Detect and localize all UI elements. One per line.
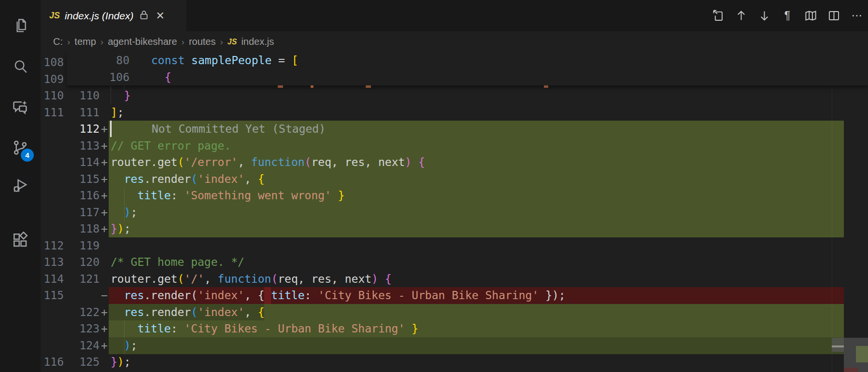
search-icon[interactable] [0,51,41,83]
run-and-debug-icon[interactable] [0,170,41,202]
line-number-original[interactable] [42,171,64,188]
line-number-modified[interactable]: 111 [67,104,100,121]
diff-sign: + [100,171,108,188]
diff-sign: + [100,187,108,204]
explorer-icon[interactable] [0,10,41,42]
code-line[interactable]: 117+ ); [41,204,868,221]
breadcrumb-segment[interactable]: agent-bikeshare [108,36,177,47]
toggle-whitespace-icon[interactable]: ¶ [780,9,795,23]
diff-sign: + [100,337,108,354]
line-number-original[interactable]: 114 [42,271,64,288]
breadcrumb-file[interactable]: index.js [241,36,274,47]
line-number-original[interactable]: 116 [42,354,64,371]
line-number-modified[interactable]: 123 [67,320,100,337]
sticky-scroll-line[interactable]: 80const samplePeople = [ [67,52,868,69]
line-number-original[interactable] [42,320,64,337]
line-content: const samplePeople = [ [151,52,299,69]
code-line[interactable]: 124+ ); [41,337,868,354]
extensions-icon[interactable] [0,224,41,256]
line-number-original[interactable] [42,187,64,204]
diff-sign: + [100,138,108,154]
code-line[interactable]: 112+Not Committed Yet (Staged) [41,121,868,138]
code-line[interactable]: 123+ title: 'City Bikes - Urban Bike Sha… [41,320,868,337]
minimap-slider-handle[interactable] [832,345,844,347]
split-editor-icon[interactable] [826,9,841,23]
sticky-scroll-line[interactable]: 106 { [67,69,868,86]
activity-bar: 4 [0,0,41,372]
next-change-icon[interactable] [757,9,771,23]
code-line[interactable]: 114+router.get('/error', function(req, r… [41,154,868,171]
line-number-original[interactable]: 113 [42,254,64,271]
line-number-modified[interactable]: 120 [67,254,100,271]
code-editor[interactable]: 108109110110 }111111];112+Not Committed … [41,52,868,372]
code-line[interactable]: 114121router.get('/', function(req, res,… [41,271,868,288]
line-number-modified[interactable]: 118 [67,220,100,237]
line-number-modified[interactable] [67,287,100,304]
minimap-border [832,52,832,372]
js-file-icon: JS [49,11,60,21]
breadcrumb-separator: › [182,37,185,47]
breadcrumb-segment[interactable]: temp [74,36,96,47]
line-number-original[interactable] [42,220,64,237]
code-line[interactable]: 113120/* GET home page. */ [41,254,868,271]
breadcrumb-segment[interactable]: routes [189,36,216,47]
line-content: router.get('/error', function(req, res, … [111,154,425,171]
more-actions-icon[interactable]: ⋯ [850,9,864,23]
code-line[interactable]: 115+ res.render('index', { [41,171,868,188]
line-number-original[interactable] [42,204,64,221]
source-control-icon[interactable]: 4 [0,132,41,164]
line-number-modified[interactable]: 114 [67,154,100,171]
line-content: router.get('/', function(req, res, next)… [111,271,392,288]
line-number-modified[interactable]: 124 [67,337,100,354]
line-number-original[interactable] [42,337,64,354]
tab-title: index.js (Index) [65,10,133,22]
open-file-icon[interactable] [711,9,725,23]
line-number-original[interactable]: 112 [42,237,64,254]
line-number-modified[interactable]: 116 [67,187,100,204]
inserted-text-background [264,304,844,321]
line-content: ]; [111,104,124,121]
line-number-original[interactable] [42,154,64,171]
line-content: }); [111,220,131,237]
collapse-unchanged-regions-icon[interactable] [803,9,818,23]
line-number-modified[interactable]: 122 [67,304,100,321]
vscode-diff-editor: 4 JS index.js (Index) [0,0,868,372]
code-line[interactable]: 113+// GET error page. [41,138,868,154]
line-number-original[interactable]: 109 [42,71,64,88]
tab-index-js[interactable]: JS index.js (Index) ✕ [41,0,186,31]
line-number-modified[interactable]: 112 [67,121,100,138]
line-number-modified[interactable]: 115 [67,171,100,188]
diff-sign: − [100,287,108,304]
line-number-original[interactable] [42,121,64,138]
tab-close-icon[interactable]: ✕ [156,10,164,22]
editor-actions: ¶ ⋯ [711,0,864,31]
code-line[interactable]: 116125}); [41,354,868,371]
line-number-modified: 80 [67,52,129,69]
previous-change-icon[interactable] [734,9,748,23]
code-line[interactable]: 116+ title: 'Something went wrong' } [41,187,868,204]
line-number-modified[interactable]: 125 [67,354,100,371]
code-line[interactable]: 112119 [41,237,868,254]
line-number-original[interactable]: 110 [42,87,64,104]
code-line[interactable]: 110110 } [41,87,868,104]
code-line[interactable]: 115− res.render('index', { title: 'City … [41,287,868,304]
line-number-original[interactable] [42,138,64,154]
line-number-modified[interactable]: 121 [67,271,100,288]
line-number-modified[interactable]: 113 [67,138,100,154]
line-number-modified[interactable]: 117 [67,204,100,221]
code-line[interactable]: 122+ res.render('index', { [41,304,868,321]
minimap-slider[interactable] [832,338,844,352]
inserted-line-background [109,337,844,354]
line-number-original[interactable]: 111 [42,104,64,121]
line-number-modified[interactable]: 110 [67,87,100,104]
breadcrumb-segment[interactable]: C: [53,36,63,47]
chat-icon[interactable] [0,91,41,123]
line-number-modified[interactable]: 119 [67,237,100,254]
code-line[interactable]: 118+}); [41,220,868,237]
inserted-line-background [109,220,844,237]
line-number-original[interactable]: 108 [42,54,64,71]
code-line[interactable]: 111111]; [41,104,868,121]
line-content: ); [111,337,137,354]
line-number-original[interactable] [42,304,64,321]
line-number-original[interactable]: 115 [42,287,64,304]
